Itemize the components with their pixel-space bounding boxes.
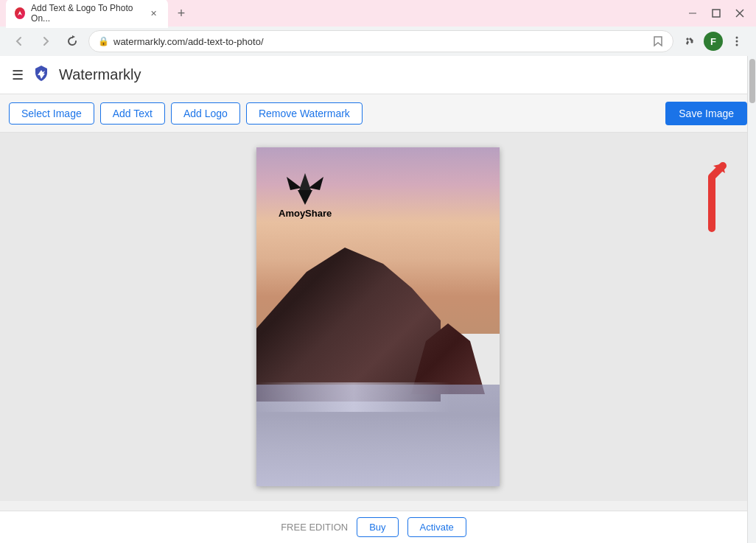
- remove-watermark-button[interactable]: Remove Watermark: [246, 102, 363, 125]
- svg-point-6: [736, 44, 738, 46]
- svg-rect-1: [713, 10, 720, 17]
- forward-button[interactable]: [35, 31, 56, 52]
- arrow-annotation: [668, 162, 727, 236]
- rock-layer: [256, 232, 500, 402]
- amoyshare-logo-icon: [283, 169, 327, 206]
- svg-marker-9: [298, 190, 312, 205]
- save-button-arrow: [668, 162, 727, 236]
- tab-title: Add Text & Logo To Photo On...: [31, 3, 140, 24]
- brand-shield-icon: [32, 64, 50, 86]
- url-text: watermarkly.com/add-text-to-photo/: [113, 36, 648, 47]
- minimize-button[interactable]: [682, 3, 703, 24]
- bookmark-icon[interactable]: [652, 35, 664, 47]
- close-button[interactable]: [729, 3, 750, 24]
- title-bar: Add Text & Logo To Photo On... ✕ +: [0, 0, 756, 27]
- add-logo-button[interactable]: Add Logo: [171, 102, 240, 125]
- image-canvas: AmoyShare: [256, 147, 500, 486]
- new-tab-button[interactable]: +: [171, 3, 192, 24]
- watermark-company-name: AmoyShare: [279, 208, 332, 219]
- svg-rect-0: [689, 13, 696, 14]
- save-image-button[interactable]: Save Image: [665, 102, 747, 125]
- extensions-icon[interactable]: [679, 31, 700, 52]
- address-bar: 🔒 watermarkly.com/add-text-to-photo/ F: [0, 27, 756, 56]
- svg-marker-7: [287, 177, 301, 190]
- browser-profile-icon[interactable]: F: [703, 31, 724, 52]
- tab-close-button[interactable]: ✕: [149, 7, 159, 19]
- profile-avatar: F: [704, 32, 723, 51]
- browser-menu-icon[interactable]: [727, 31, 747, 52]
- tab-favicon: [15, 7, 25, 19]
- rock-main: [256, 239, 441, 402]
- browser-body: ☰ Watermarkly Select Image Add Text Add …: [0, 56, 756, 543]
- svg-point-5: [736, 41, 738, 43]
- svg-marker-8: [309, 177, 323, 190]
- lock-icon: 🔒: [98, 36, 109, 46]
- back-button[interactable]: [9, 31, 29, 52]
- svg-marker-10: [299, 173, 311, 190]
- active-tab[interactable]: Add Text & Logo To Photo On... ✕: [6, 0, 168, 28]
- brand-name: Watermarkly: [59, 66, 141, 83]
- toolbar: Select Image Add Text Add Logo Remove Wa…: [0, 94, 756, 133]
- maximize-button[interactable]: [706, 3, 727, 24]
- select-image-button[interactable]: Select Image: [9, 102, 94, 125]
- hamburger-menu[interactable]: ☰: [12, 67, 24, 83]
- watermark-logo: AmoyShare: [279, 169, 332, 219]
- scrollbar-thumb[interactable]: [749, 59, 755, 103]
- foam-layer: [256, 382, 500, 412]
- scrollbar-track[interactable]: [747, 56, 756, 543]
- canvas-area: AmoyShare: [0, 133, 756, 501]
- reload-button[interactable]: [62, 31, 83, 52]
- window-controls: [682, 3, 750, 24]
- svg-point-4: [736, 37, 738, 39]
- add-text-button[interactable]: Add Text: [100, 102, 165, 125]
- url-bar[interactable]: 🔒 watermarkly.com/add-text-to-photo/: [88, 30, 673, 52]
- app-header: ☰ Watermarkly: [0, 56, 756, 94]
- page-content: ☰ Watermarkly Select Image Add Text Add …: [0, 56, 756, 501]
- browser-toolbar-icons: F: [679, 31, 747, 52]
